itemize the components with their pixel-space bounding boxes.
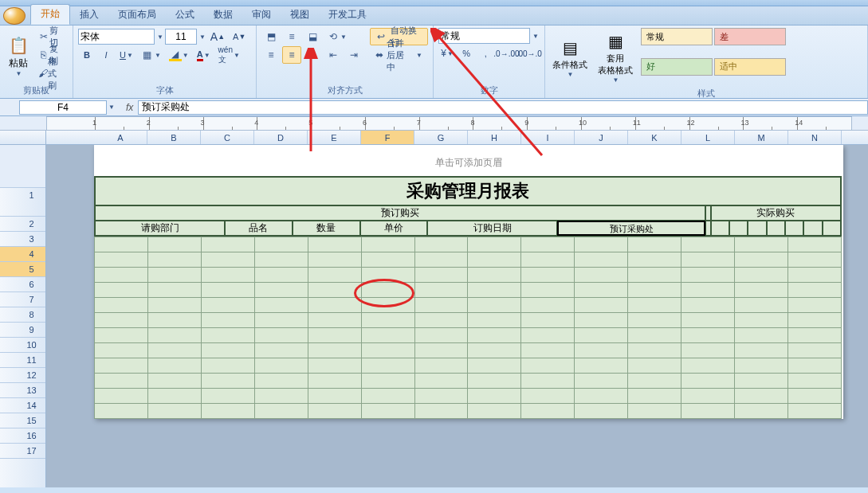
tab-home[interactable]: 开始 [30, 4, 70, 25]
formula-input[interactable] [138, 100, 868, 115]
row-headers: 1234567891011121314151617 [0, 145, 46, 487]
paste-button[interactable]: 📋 粘贴 ▼ [5, 28, 32, 83]
painter-button[interactable]: 🖌格式刷 [35, 65, 68, 82]
style-good[interactable]: 好 [641, 58, 713, 76]
row-header-15[interactable]: 15 [0, 413, 45, 428]
col-header-G[interactable]: G [414, 131, 468, 144]
col-qty[interactable]: 数量 [293, 221, 360, 236]
bold-button[interactable]: B [78, 46, 96, 64]
col-header-I[interactable]: I [521, 131, 575, 144]
row-header-8[interactable]: 8 [0, 307, 45, 323]
merge-center-button[interactable]: ⬌合并后居中▼ [370, 46, 428, 64]
group-clipboard-label: 剪贴板 [5, 83, 68, 98]
align-center-button[interactable]: ≡ [282, 46, 301, 64]
tab-data[interactable]: 数据 [204, 6, 242, 25]
group-number-label: 数字 [438, 83, 540, 98]
currency-button[interactable]: ¥▼ [438, 45, 456, 62]
name-box[interactable]: F4 [19, 100, 107, 115]
col-header-H[interactable]: H [468, 131, 521, 144]
row-header-16[interactable]: 16 [0, 428, 45, 444]
row-header-3[interactable]: 3 [0, 232, 45, 247]
comma-button[interactable]: , [477, 45, 494, 62]
indent-inc-button[interactable]: ⇥ [344, 46, 363, 64]
col-price[interactable]: 单价 [360, 221, 428, 236]
col-header-K[interactable]: K [628, 131, 681, 144]
col-name[interactable]: 品名 [225, 221, 293, 236]
col-header-N[interactable]: N [788, 131, 842, 144]
row-header-7[interactable]: 7 [0, 292, 45, 307]
scissors-icon: ✂ [38, 30, 49, 43]
align-right-button[interactable]: ≡ [303, 46, 322, 64]
dec-decimal-button[interactable]: .00→.0 [519, 45, 540, 62]
font-name-select[interactable] [78, 29, 155, 45]
row-header-4[interactable]: 4 [0, 247, 45, 262]
col-header-D[interactable]: D [254, 131, 308, 144]
fill-color-button[interactable]: ◢▼ [166, 46, 192, 64]
font-color-button[interactable]: A▼ [194, 46, 214, 64]
table-format-button[interactable]: ▦ 套用 表格格式▼ [593, 28, 638, 86]
office-button[interactable] [3, 7, 26, 25]
tab-dev[interactable]: 开发工具 [319, 6, 376, 25]
align-left-button[interactable]: ≡ [261, 46, 281, 64]
align-middle-button[interactable]: ≡ [282, 28, 301, 45]
header-placeholder[interactable]: 单击可添加页眉 [94, 156, 843, 170]
row-header-12[interactable]: 12 [0, 368, 45, 383]
number-format-select[interactable] [438, 28, 530, 44]
row-header-5[interactable]: 5 [0, 262, 45, 277]
head-left[interactable]: 预订购买 [95, 205, 705, 221]
col-header-C[interactable]: C [201, 131, 254, 144]
italic-button[interactable]: I [97, 46, 115, 64]
select-all-corner[interactable] [0, 131, 46, 144]
tab-layout[interactable]: 页面布局 [108, 6, 166, 25]
ruler: 1234567891011121314 [0, 116, 868, 131]
orientation-button[interactable]: ⟲▼ [324, 28, 350, 45]
font-size-select[interactable] [165, 29, 197, 45]
row-header-9[interactable]: 9 [0, 323, 45, 338]
col-header-E[interactable]: E [308, 131, 361, 144]
shrink-font-button[interactable]: A▼ [230, 28, 249, 45]
phonetic-button[interactable]: wén文▼ [215, 46, 243, 64]
row-header-1[interactable]: 1 [0, 188, 45, 217]
column-headers: ABCDEFGHIJKLMN [0, 131, 868, 145]
row-header-10[interactable]: 10 [0, 338, 45, 353]
indent-dec-button[interactable]: ⇤ [324, 46, 343, 64]
grow-font-button[interactable]: A▲ [207, 28, 228, 45]
col-header-B[interactable]: B [147, 131, 201, 144]
cond-format-button[interactable]: ▤ 条件格式▼ [550, 28, 590, 86]
tab-formula[interactable]: 公式 [166, 6, 204, 25]
col-dept[interactable]: 请购部门 [95, 221, 225, 236]
row-header-17[interactable]: 17 [0, 444, 45, 459]
head-right[interactable]: 实际购买 [711, 205, 841, 221]
tab-review[interactable]: 审阅 [242, 6, 281, 25]
group-number: ▼ ¥▼ % , .0→.00 .00→.0 数字 [434, 25, 545, 98]
col-header-J[interactable]: J [575, 131, 628, 144]
col-header-L[interactable]: L [681, 131, 735, 144]
fx-icon[interactable]: fx [126, 102, 133, 113]
align-bottom-button[interactable]: ⬓ [303, 28, 322, 45]
name-box-dropdown[interactable]: ▼ [108, 104, 115, 111]
col-header-F[interactable]: F [361, 131, 414, 144]
ribbon: 📋 粘贴 ▼ ✂剪切 ⎘复制 🖌格式刷 剪贴板 ▼ ▼ A▲ A▼ [0, 25, 868, 99]
border-button[interactable]: ▦▼ [138, 46, 164, 64]
inc-decimal-button[interactable]: .0→.00 [496, 45, 516, 62]
style-normal[interactable]: 常规 [641, 28, 713, 45]
row-header-6[interactable]: 6 [0, 277, 45, 292]
tab-view[interactable]: 视图 [281, 6, 319, 25]
style-bad[interactable]: 差 [714, 28, 786, 45]
align-top-button[interactable]: ⬒ [261, 28, 281, 45]
col-header-A[interactable]: A [94, 131, 147, 144]
underline-button[interactable]: U▼ [116, 46, 136, 64]
row-header-11[interactable]: 11 [0, 353, 45, 368]
col-place[interactable]: 预订采购处 [557, 221, 705, 236]
col-date[interactable]: 订购日期 [427, 221, 557, 236]
tab-insert[interactable]: 插入 [70, 6, 108, 25]
table-title[interactable]: 采购管理月报表 [95, 177, 841, 205]
percent-button[interactable]: % [458, 45, 475, 62]
row-header-14[interactable]: 14 [0, 398, 45, 413]
row-header-2[interactable]: 2 [0, 217, 45, 232]
paste-label: 粘贴 [9, 57, 28, 70]
col-header-M[interactable]: M [735, 131, 788, 144]
cell-styles-gallery[interactable]: 常规 差 好 适中 [641, 28, 786, 86]
row-header-13[interactable]: 13 [0, 383, 45, 398]
style-neutral[interactable]: 适中 [714, 58, 786, 76]
